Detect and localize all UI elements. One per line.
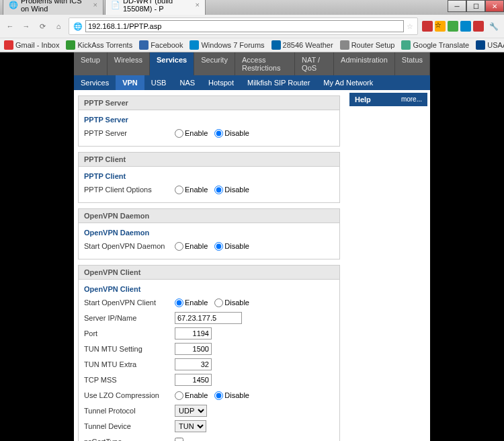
forward-icon[interactable]: →	[20, 20, 32, 32]
url-input-wrapper[interactable]: 🌐 ☆	[69, 17, 418, 35]
extension-icon[interactable]	[448, 21, 458, 32]
radio-label: Disable	[224, 298, 249, 307]
browser-tab[interactable]: 📄 DD-WRT (build 15508M) - P ×	[105, 0, 206, 15]
bookmark-star-icon[interactable]: ☆	[407, 22, 413, 31]
subtab-services[interactable]: Services	[74, 75, 116, 90]
extension-icon[interactable]	[422, 21, 433, 32]
home-icon[interactable]: ⌂	[52, 20, 65, 32]
subtab-nas[interactable]: NAS	[173, 75, 202, 90]
field-label: Start OpenVPN Daemon	[84, 242, 175, 250]
extension-icon[interactable]	[460, 21, 471, 32]
field-label: Tunnel Device	[84, 422, 175, 430]
subtab-milkfish[interactable]: Milkfish SIP Router	[241, 75, 317, 90]
subtab-usb[interactable]: USB	[144, 75, 173, 90]
sub-header: PPTP Client	[84, 172, 334, 180]
browser-tab[interactable]: 🌐 Problems with ICS on Wind ×	[3, 0, 103, 15]
radio-label: Enable	[185, 391, 208, 399]
tunnel-protocol-select[interactable]: UDP	[175, 405, 207, 417]
wrench-icon[interactable]: 🔧	[488, 20, 500, 32]
nscerttype-checkbox[interactable]	[175, 438, 183, 442]
tab-wireless[interactable]: Wireless	[108, 52, 150, 75]
bookmark-usaa[interactable]: USAA	[476, 40, 504, 50]
tunnel-device-select[interactable]: TUN	[175, 420, 206, 432]
sub-tabs: Services VPN USB NAS Hotspot Milkfish SI…	[74, 75, 430, 90]
tun-mtu-input[interactable]	[175, 343, 212, 355]
field-label: PPTP Client Options	[84, 186, 175, 194]
tab-security[interactable]: Security	[194, 52, 235, 75]
openvpn-client-disable-radio[interactable]	[214, 298, 223, 307]
radio-label: Disable	[224, 242, 249, 250]
tab-status[interactable]: Status	[395, 52, 430, 75]
field-label: Server IP/Name	[84, 314, 175, 322]
minimize-button[interactable]: ─	[448, 0, 466, 12]
tcp-mss-input[interactable]	[175, 374, 212, 386]
tab-setup[interactable]: Setup	[74, 52, 108, 75]
help-title: Help	[355, 95, 371, 104]
tun-mtu-extra-input[interactable]	[175, 358, 212, 370]
pptp-server-enable-radio[interactable]	[175, 129, 183, 138]
server-ip-input[interactable]	[175, 312, 242, 324]
reload-icon[interactable]: ⟳	[36, 20, 48, 32]
openvpn-client-enable-radio[interactable]	[175, 298, 183, 307]
pptp-client-disable-radio[interactable]	[214, 186, 223, 194]
pptp-server-disable-radio[interactable]	[214, 129, 223, 138]
pptp-client-enable-radio[interactable]	[175, 186, 183, 194]
field-label: Start OpenVPN Client	[84, 298, 175, 307]
sub-header: OpenVPN Daemon	[84, 229, 334, 237]
subtab-vpn[interactable]: VPN	[116, 75, 144, 90]
address-bar: ← → ⟳ ⌂ 🌐 ☆ ☆ 🔧	[0, 15, 504, 38]
lzo-disable-radio[interactable]	[214, 391, 223, 400]
subtab-hotspot[interactable]: Hotspot	[202, 75, 241, 90]
globe-icon: 🌐	[73, 22, 83, 31]
field-label: TCP MSS	[84, 376, 175, 384]
tab-access[interactable]: Access Restrictions	[235, 52, 295, 75]
help-more-link[interactable]: more...	[401, 95, 422, 104]
back-icon[interactable]: ←	[4, 20, 16, 32]
subtab-adnetwork[interactable]: My Ad Network	[317, 75, 380, 90]
radio-label: Enable	[185, 298, 208, 307]
section-header: PPTP Client	[79, 153, 339, 167]
openvpn-daemon-section: OpenVPN Daemon OpenVPN Daemon Start Open…	[78, 208, 340, 259]
tab-title: Problems with ICS on Wind	[21, 0, 91, 13]
field-label: PPTP Server	[84, 129, 175, 137]
radio-label: Disable	[224, 391, 249, 399]
page-icon: 📄	[111, 1, 120, 9]
field-label: nsCertType	[84, 438, 175, 441]
bookmark-router[interactable]: Router Setup	[340, 40, 395, 50]
tab-nat[interactable]: NAT / QoS	[295, 52, 334, 75]
lzo-enable-radio[interactable]	[175, 391, 183, 400]
openvpn-daemon-disable-radio[interactable]	[214, 242, 223, 251]
bookmark-win7[interactable]: Windows 7 Forums	[190, 40, 264, 50]
bookmark-translate[interactable]: Google Translate	[401, 40, 469, 50]
bookmark-facebook[interactable]: Facebook	[139, 40, 183, 50]
tab-bar: 🌐 Problems with ICS on Wind × 📄 DD-WRT (…	[0, 0, 504, 15]
port-input[interactable]	[175, 327, 212, 339]
extension-icon[interactable]	[473, 21, 484, 32]
bookmark-weather[interactable]: 28546 Weather	[271, 40, 333, 50]
tab-services[interactable]: Services	[150, 52, 194, 75]
field-label: Port	[84, 329, 175, 337]
section-header: OpenVPN Client	[79, 266, 339, 280]
bookmark-gmail[interactable]: Gmail - Inbox	[4, 40, 59, 50]
window-close-button[interactable]: ✕	[485, 0, 504, 12]
maximize-button[interactable]: ☐	[466, 0, 485, 12]
bookmark-kickass[interactable]: KickAss Torrents	[66, 40, 132, 50]
bookmarks-bar: Gmail - Inbox KickAss Torrents Facebook …	[0, 38, 504, 52]
field-label: TUN MTU Setting	[84, 345, 175, 353]
tab-admin[interactable]: Administration	[334, 52, 395, 75]
extension-icon[interactable]: ☆	[435, 21, 446, 32]
content-area: Setup Wireless Services Security Access …	[0, 52, 504, 441]
radio-label: Disable	[224, 186, 249, 194]
openvpn-daemon-enable-radio[interactable]	[175, 242, 183, 251]
url-input[interactable]	[85, 20, 404, 32]
radio-label: Disable	[224, 129, 249, 137]
help-panel-header: Help more...	[349, 93, 427, 106]
openvpn-client-section: OpenVPN Client OpenVPN Client Start Open…	[78, 265, 340, 441]
radio-label: Enable	[185, 242, 208, 250]
main-tabs: Setup Wireless Services Security Access …	[74, 52, 430, 75]
close-icon[interactable]: ×	[196, 1, 200, 9]
section-header: PPTP Server	[79, 96, 339, 110]
section-header: OpenVPN Daemon	[79, 209, 339, 223]
field-label: Tunnel Protocol	[84, 407, 175, 415]
close-icon[interactable]: ×	[93, 1, 97, 9]
